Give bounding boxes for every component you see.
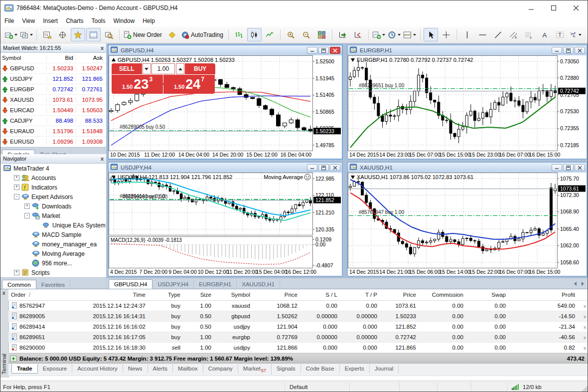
chart-canvas-USDJPY,H4[interactable]: 122.985122.110121.210120.335#86289414 bu… [109, 173, 342, 276]
terminal-tab-experts[interactable]: Experts [340, 364, 370, 373]
chart-restore-button[interactable] [318, 47, 329, 54]
candle-chart-button[interactable] [247, 28, 262, 41]
strategy-tester-button[interactable] [102, 28, 116, 41]
chart-body[interactable]: 1075.701072.301068.901065.401062.001058.… [348, 173, 587, 276]
chart-close-button[interactable] [575, 47, 585, 54]
zoom-in-button[interactable] [284, 28, 298, 41]
tile-windows-button[interactable] [314, 28, 329, 41]
script-icon-button[interactable] [165, 28, 179, 41]
expand-icon[interactable]: + [14, 270, 19, 275]
tab-scroll-right-icon[interactable] [582, 282, 584, 286]
horizontal-line-button[interactable] [475, 28, 490, 41]
chart-minimize-button[interactable] [307, 164, 317, 171]
equidistant-channel-button[interactable]: E [506, 28, 521, 41]
tab-scroll-left-icon[interactable] [574, 282, 577, 286]
menu-insert[interactable]: Insert [39, 16, 62, 25]
menu-tools[interactable]: Tools [88, 16, 110, 25]
autotrading-button[interactable]: AutoTrading [180, 28, 225, 41]
window-close-button[interactable] [565, 0, 588, 15]
chart-body[interactable]: 0.730500.728800.727050.725300.723550.721… [348, 55, 587, 159]
arrows-dropdown-icon[interactable] [579, 34, 582, 36]
volume-increase-button[interactable] [176, 63, 184, 74]
chart-body[interactable]: 1.525001.519451.514051.508651.503251.497… [109, 55, 342, 159]
buy-button[interactable]: BUY [185, 63, 215, 74]
navigator-item-downloads[interactable]: +Downloads [0, 201, 106, 211]
expand-icon[interactable]: + [14, 185, 19, 190]
profiles-dropdown-icon[interactable] [30, 34, 33, 36]
terminal-tab-alerts[interactable]: Alerts [148, 364, 173, 373]
window-maximize-button[interactable] [543, 0, 565, 15]
new-chart-dropdown-icon[interactable] [14, 34, 17, 36]
terminal-toggle-button[interactable] [86, 28, 101, 41]
navigator-toggle-button[interactable] [71, 28, 85, 41]
indicators-template-button[interactable] [403, 28, 417, 41]
navigator-item-unique-eas-system-05[interactable]: Unique EAs System 05 [0, 220, 106, 230]
data-window-button[interactable] [55, 28, 70, 41]
close-position-icon[interactable]: x [584, 304, 586, 309]
line-chart-button[interactable] [263, 28, 277, 41]
close-position-icon[interactable]: x [584, 335, 586, 340]
periods-dropdown-icon[interactable] [398, 34, 401, 36]
cursor-button[interactable] [424, 28, 438, 41]
terminal-tab-exposure[interactable]: Exposure [38, 364, 73, 373]
text-button[interactable]: A [537, 28, 552, 41]
trendline-button[interactable] [491, 28, 505, 41]
chart-window-titlebar[interactable]: XAUUSD,H1 [348, 163, 587, 173]
col-swap[interactable]: Swap [466, 292, 508, 298]
market-watch-row[interactable]: EURCAD1.504491.50503 [0, 105, 106, 116]
market-watch-row[interactable]: GBPUSD1.502331.50247 [0, 63, 106, 74]
market-watch-close-icon[interactable]: x [101, 45, 104, 50]
chart-tab-XAUUSD-H1[interactable]: XAUUSD,H1 [237, 280, 280, 289]
chart-minimize-button[interactable] [552, 47, 562, 54]
chart-tab-GBPUSD-H4[interactable]: GBPUSD,H4 [109, 279, 152, 289]
vertical-line-button[interactable] [460, 28, 474, 41]
sell-price-panel[interactable]: 1.50233 [112, 75, 163, 94]
col-price2[interactable]: Price [380, 292, 419, 298]
navigator-item-scripts[interactable]: +Scripts [0, 268, 106, 277]
chart-body[interactable]: 122.985122.110121.210120.335#86289414 bu… [109, 173, 342, 276]
template-add-dropdown-icon[interactable] [382, 34, 385, 36]
terminal-tab-trade[interactable]: Trade [11, 364, 38, 374]
navigator-close-icon[interactable]: x [101, 156, 104, 161]
terminal-tab-journal[interactable]: Journal [370, 364, 399, 373]
close-position-icon[interactable]: x [584, 325, 586, 330]
fibonacci-button[interactable]: F [522, 28, 536, 41]
col-profit[interactable]: Profit [508, 292, 578, 298]
col-commission[interactable]: Commission [419, 292, 466, 298]
volume-input[interactable]: 1.00 [151, 63, 175, 74]
indicators-template-dropdown-icon[interactable] [413, 34, 416, 36]
zoom-out-button[interactable] [299, 28, 313, 41]
close-position-icon[interactable]: x [584, 346, 586, 351]
close-position-icon[interactable]: x [584, 314, 586, 319]
trade-table-row[interactable]: 862890052015.12.16 16:14:31buy0.50gbpusd… [8, 311, 588, 322]
scroll-to-end-button[interactable] [335, 28, 350, 41]
chart-minimize-button[interactable] [307, 47, 317, 54]
navigator-item-expert-advisors[interactable]: -Expert Advisors [0, 192, 106, 201]
template-add-button[interactable] [372, 28, 386, 41]
market-watch-row[interactable]: EURUSD1.092961.09308 [0, 137, 106, 147]
new-order-button[interactable]: New Order [123, 28, 164, 41]
chart-window-titlebar[interactable]: USDJPY,H4 [109, 163, 342, 173]
sell-button[interactable]: SELL [112, 63, 142, 74]
col-price[interactable]: Price [253, 292, 300, 298]
chart-tab-EURGBP-H1[interactable]: EURGBP,H1 [194, 280, 237, 289]
crosshair-button[interactable] [439, 28, 453, 41]
chart-restore-button[interactable] [318, 164, 329, 171]
col-symbol[interactable]: Symbol [214, 292, 253, 298]
trade-table-row[interactable]: 862900002015.12.16 16:18:30sell1.00usdjp… [8, 343, 588, 353]
chart-restore-button[interactable] [563, 47, 574, 54]
navigator-item-moving-average[interactable]: Moving Average [0, 249, 106, 258]
volume-decrease-button[interactable] [143, 63, 151, 74]
col-size[interactable]: Size [183, 292, 214, 298]
chart-canvas-XAUUSD,H1[interactable]: 1075.701072.301068.901065.401062.001058.… [348, 173, 587, 276]
resize-grip[interactable] [582, 386, 588, 392]
navigator-tab-common[interactable]: Common [2, 280, 36, 289]
navigator-item-metatrader-4[interactable]: MetaTrader 4 [0, 164, 106, 173]
market-watch-row[interactable]: CADJPY88.49888.533 [0, 116, 106, 126]
chart-close-button[interactable] [575, 164, 585, 171]
menu-charts[interactable]: Charts [62, 16, 87, 25]
navigator-item-money-manager-ea[interactable]: money_manager_ea [0, 239, 106, 249]
chart-canvas-EURGBP,H1[interactable]: 0.730500.728800.727050.725300.723550.721… [348, 55, 587, 159]
terminal-tab-code-base[interactable]: Code Base [301, 364, 340, 373]
navigator-tab-favorites[interactable]: Favorites [36, 280, 70, 289]
